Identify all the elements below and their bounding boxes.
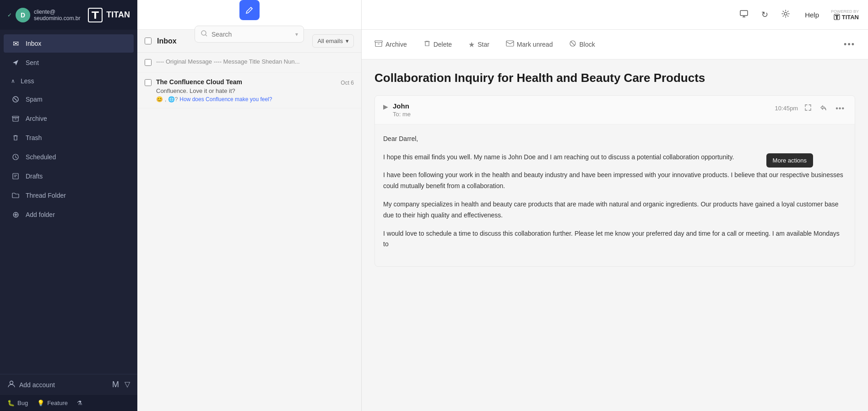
sidebar-item-label: Scheduled xyxy=(26,153,56,161)
email-time: 10:45pm xyxy=(775,105,798,112)
star-toolbar-icon: ★ xyxy=(468,40,475,49)
email-card-header[interactable]: ▶ John To: me 10:45pm xyxy=(375,96,855,124)
sidebar-item-thread-folder[interactable]: Thread Folder xyxy=(4,186,134,205)
email-list: ---- Original Message ---- Message Title… xyxy=(137,53,361,411)
thread-folder-icon xyxy=(11,191,20,200)
help-button[interactable]: Help xyxy=(800,8,824,22)
filter-dropdown[interactable]: All emails ▾ xyxy=(312,34,354,48)
email-body-p3: My company specializes in health and bea… xyxy=(383,199,846,221)
sidebar-less-toggle[interactable]: ∧ Less xyxy=(4,73,134,89)
sidebar-item-scheduled[interactable]: Scheduled xyxy=(4,148,134,166)
sidebar-item-inbox[interactable]: ✉ Inbox xyxy=(4,34,134,53)
inbox-icon: ✉ xyxy=(11,39,20,48)
email-subject: Confluence. Love it or hate it? xyxy=(156,87,354,94)
block-label: Block xyxy=(579,41,595,48)
add-account-button[interactable]: Add account xyxy=(7,380,55,389)
filter-chevron-icon: ▾ xyxy=(346,38,349,44)
sidebar-header: ✓ D cliente@ seudominio.com.br TITAN xyxy=(0,0,137,30)
mark-unread-button[interactable]: Mark unread xyxy=(502,38,557,51)
svg-rect-7 xyxy=(13,173,18,179)
svg-rect-18 xyxy=(835,15,839,16)
sidebar-footer: Add account M ▽ xyxy=(0,374,137,395)
email-item[interactable]: ---- Original Message ---- Message Title… xyxy=(137,53,361,73)
more-toolbar-button[interactable]: ••• xyxy=(840,37,859,52)
avatar: D xyxy=(16,8,30,22)
titan-logo-text: TITAN xyxy=(106,10,130,20)
delete-toolbar-icon xyxy=(423,40,431,49)
sidebar-item-trash[interactable]: Trash xyxy=(4,129,134,147)
svg-point-16 xyxy=(784,12,787,15)
email-to: To: me xyxy=(393,111,775,118)
checkmark-icon: ✓ xyxy=(7,12,12,18)
archive-button[interactable]: Archive xyxy=(371,37,411,52)
powered-by: POWERED BY TITAN xyxy=(831,9,859,21)
email-body-greeting: Dear Darrel, xyxy=(383,134,846,145)
star-button[interactable]: ★ Star xyxy=(465,38,493,52)
monitor-icon[interactable] xyxy=(737,6,751,23)
block-button[interactable]: Block xyxy=(565,37,598,52)
sidebar-item-label: Sent xyxy=(26,59,39,66)
email-checkbox[interactable] xyxy=(145,79,152,86)
settings-icon[interactable] xyxy=(778,6,793,23)
email-from-name: John xyxy=(393,102,775,110)
footer-icons: M ▽ xyxy=(112,380,130,389)
svg-rect-1 xyxy=(94,13,96,19)
fullscreen-icon[interactable] xyxy=(803,102,814,115)
star-label: Star xyxy=(477,41,489,48)
svg-line-24 xyxy=(571,42,575,45)
refresh-icon[interactable]: ↻ xyxy=(759,7,771,22)
sidebar-item-drafts[interactable]: Drafts xyxy=(4,167,134,185)
svg-rect-19 xyxy=(836,16,837,19)
email-preview: 😊 , 🌐? How does Confluence make you feel… xyxy=(156,96,354,103)
add-account-label: Add account xyxy=(19,381,55,389)
bug-icon: 🐛 xyxy=(7,400,15,406)
email-card-meta: 10:45pm ••• xyxy=(775,102,846,115)
titan-logo-icon xyxy=(88,8,103,22)
sidebar-item-sent[interactable]: Sent xyxy=(4,54,134,72)
account-dropdown[interactable]: ✓ D cliente@ seudominio.com.br xyxy=(7,8,83,22)
svg-line-3 xyxy=(14,98,17,101)
gmail-icon[interactable]: M xyxy=(112,380,119,389)
drafts-icon xyxy=(11,172,20,181)
feature-button[interactable]: 💡 Feature xyxy=(37,400,68,406)
sidebar-item-label: Archive xyxy=(26,115,47,122)
email-sender: The Confluence Cloud Team xyxy=(156,78,242,86)
bug-label: Bug xyxy=(17,400,28,406)
add-folder-icon: ⊕ xyxy=(11,210,20,219)
labs-icon: ⚗ xyxy=(77,400,82,406)
sidebar-item-label: Spam xyxy=(26,96,43,103)
sidebar-item-spam[interactable]: Spam xyxy=(4,90,134,108)
bug-button[interactable]: 🐛 Bug xyxy=(7,400,28,406)
labs-button[interactable]: ⚗ xyxy=(77,400,82,406)
mark-unread-label: Mark unread xyxy=(517,41,553,48)
sidebar-item-archive[interactable]: Archive xyxy=(4,109,134,128)
sidebar-add-folder[interactable]: ⊕ Add folder xyxy=(4,206,134,224)
add-folder-label: Add folder xyxy=(26,211,55,218)
filter-icon[interactable]: ▽ xyxy=(125,380,130,389)
delete-button[interactable]: Delete xyxy=(420,37,456,52)
reply-icon[interactable] xyxy=(818,102,829,115)
svg-rect-13 xyxy=(740,11,748,16)
list-panel-header: ▾ xyxy=(137,0,362,30)
email-checkbox[interactable] xyxy=(145,59,152,66)
email-subject-title: Collaboration Inquiry for Health and Bea… xyxy=(374,70,855,86)
email-body-p1: I hope this email finds you well. My nam… xyxy=(383,152,846,163)
email-more-icon[interactable]: ••• xyxy=(834,103,846,114)
feature-label: Feature xyxy=(47,400,68,406)
email-original-message: ---- Original Message ---- Message Title… xyxy=(156,58,354,65)
expand-arrow-icon: ▶ xyxy=(383,103,388,110)
chevron-up-icon: ∧ xyxy=(11,78,15,84)
delete-label: Delete xyxy=(434,41,452,48)
less-label: Less xyxy=(21,77,34,85)
svg-rect-0 xyxy=(92,11,99,13)
feature-icon: 💡 xyxy=(37,400,44,406)
spam-icon xyxy=(11,95,20,104)
email-list-header: Inbox All emails ▾ xyxy=(137,30,361,53)
sidebar-item-label: Drafts xyxy=(26,173,43,180)
email-date: Oct 6 xyxy=(341,80,354,86)
select-all-checkbox[interactable] xyxy=(145,38,152,44)
email-list-title: Inbox xyxy=(157,37,307,45)
sidebar-item-label: Thread Folder xyxy=(26,192,66,199)
compose-button[interactable] xyxy=(239,0,260,20)
email-item[interactable]: The Confluence Cloud Team Oct 6 Confluen… xyxy=(137,73,361,108)
